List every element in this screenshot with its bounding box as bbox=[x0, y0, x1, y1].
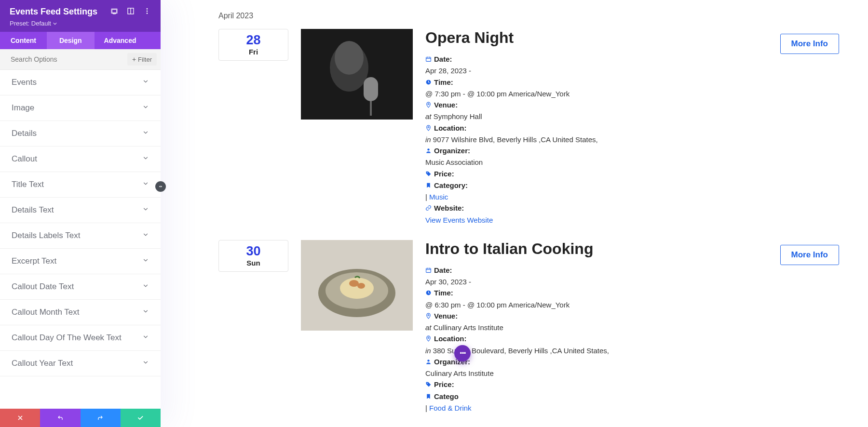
svg-point-18 bbox=[427, 172, 428, 173]
section-title-text[interactable]: Title Text bbox=[0, 172, 161, 198]
svg-rect-9 bbox=[370, 101, 372, 116]
filter-button[interactable]: + Filter bbox=[127, 53, 157, 66]
more-info-button[interactable]: More Info bbox=[780, 34, 840, 54]
section-label: Excerpt Text bbox=[12, 256, 56, 266]
venue-value: at Symphony Hall bbox=[425, 111, 710, 122]
section-details-labels-text[interactable]: Details Labels Text bbox=[0, 223, 161, 249]
pin-icon bbox=[425, 311, 432, 322]
svg-point-30 bbox=[428, 314, 429, 316]
section-image[interactable]: Image bbox=[0, 95, 161, 121]
date-label: Date: bbox=[434, 55, 452, 63]
chevron-down-icon bbox=[142, 359, 149, 368]
user-icon bbox=[425, 146, 432, 157]
chevron-down-icon bbox=[142, 307, 149, 317]
event-image bbox=[301, 240, 413, 331]
section-callout[interactable]: Callout bbox=[0, 147, 161, 172]
resize-handle[interactable] bbox=[155, 181, 166, 192]
event-body: Opera NightDate:Apr 28, 2023 -Time:@ 7:3… bbox=[425, 29, 710, 226]
user-icon bbox=[425, 357, 432, 368]
section-label: Callout bbox=[12, 154, 37, 164]
section-events[interactable]: Events bbox=[0, 70, 161, 95]
date-dow: Sun bbox=[246, 259, 260, 267]
tab-advanced[interactable]: Advanced bbox=[95, 32, 146, 49]
link-icon bbox=[425, 203, 432, 214]
category-link[interactable]: Food & Drink bbox=[429, 404, 472, 412]
event-card: 30SunIntro to Italian CookingDate:Apr 30… bbox=[218, 240, 839, 414]
category-value: | Music bbox=[425, 191, 710, 202]
chevron-down-icon bbox=[142, 282, 149, 292]
date-tile: 28Fri bbox=[218, 29, 288, 61]
section-label: Details Text bbox=[12, 205, 54, 215]
website-label: Website: bbox=[434, 204, 464, 212]
section-callout-day-of-the-week-text[interactable]: Callout Day Of The Week Text bbox=[0, 325, 161, 351]
svg-point-15 bbox=[428, 104, 429, 105]
section-label: Image bbox=[12, 103, 34, 113]
svg-point-23 bbox=[349, 280, 359, 287]
chevron-down-icon bbox=[53, 22, 57, 26]
chevron-down-icon bbox=[142, 78, 149, 87]
sidebar-footer bbox=[0, 409, 161, 427]
section-callout-date-text[interactable]: Callout Date Text bbox=[0, 274, 161, 300]
svg-point-17 bbox=[427, 148, 429, 150]
svg-point-32 bbox=[427, 360, 429, 361]
layout-icon[interactable] bbox=[127, 7, 135, 17]
responsive-icon[interactable] bbox=[110, 7, 118, 17]
pin-icon bbox=[425, 100, 432, 111]
clock-icon bbox=[425, 288, 432, 299]
pin-icon bbox=[425, 123, 432, 134]
date-label: Date: bbox=[434, 266, 452, 274]
more-info-button[interactable]: More Info bbox=[780, 245, 840, 265]
category-label: Catego bbox=[434, 392, 459, 400]
tab-content[interactable]: Content bbox=[0, 32, 47, 49]
website-link[interactable]: View Events Website bbox=[425, 216, 493, 224]
section-label: Callout Date Text bbox=[12, 282, 74, 292]
clock-icon bbox=[425, 77, 432, 88]
section-label: Title Text bbox=[12, 180, 44, 189]
category-link[interactable]: Music bbox=[429, 193, 448, 201]
settings-sidebar: Events Feed Settings Preset: Default Con… bbox=[0, 0, 161, 427]
section-callout-year-text[interactable]: Callout Year Text bbox=[0, 351, 161, 376]
svg-point-2 bbox=[147, 8, 148, 10]
location-label: Location: bbox=[434, 334, 467, 343]
tab-design[interactable]: Design bbox=[47, 32, 95, 49]
sidebar-header: Events Feed Settings Preset: Default bbox=[0, 0, 161, 32]
svg-rect-25 bbox=[426, 268, 431, 272]
event-card: 28FriOpera NightDate:Apr 28, 2023 -Time:… bbox=[218, 29, 839, 226]
section-list: EventsImageDetailsCalloutTitle TextDetai… bbox=[0, 70, 161, 409]
organizer-value: Music Association bbox=[425, 157, 710, 168]
save-button[interactable] bbox=[121, 409, 161, 427]
organizer-label: Organizer: bbox=[434, 147, 470, 155]
calendar-icon bbox=[425, 54, 432, 65]
svg-point-33 bbox=[427, 383, 428, 384]
svg-rect-10 bbox=[426, 57, 431, 62]
date-tile: 30Sun bbox=[218, 240, 288, 272]
calendar-icon bbox=[425, 265, 432, 276]
preview-area: April 2023 28FriOpera NightDate:Apr 28, … bbox=[161, 0, 868, 427]
section-callout-month-text[interactable]: Callout Month Text bbox=[0, 300, 161, 325]
category-label: Category: bbox=[434, 181, 468, 189]
event-image bbox=[301, 29, 413, 120]
undo-button[interactable] bbox=[40, 409, 80, 427]
chevron-down-icon bbox=[142, 129, 149, 138]
search-bar: + Filter bbox=[0, 49, 161, 70]
date-number: 30 bbox=[246, 245, 260, 258]
svg-point-16 bbox=[428, 126, 429, 128]
panel-title: Events Feed Settings bbox=[10, 7, 97, 17]
date-value: Apr 30, 2023 - bbox=[425, 276, 710, 287]
time-value: @ 7:30 pm - @ 10:00 pm America/New_York bbox=[425, 88, 710, 99]
redo-button[interactable] bbox=[81, 409, 121, 427]
event-title: Intro to Italian Cooking bbox=[425, 240, 710, 258]
cancel-button[interactable] bbox=[0, 409, 40, 427]
section-excerpt-text[interactable]: Excerpt Text bbox=[0, 249, 161, 274]
venue-label: Venue: bbox=[434, 101, 458, 109]
settings-tabs: Content Design Advanced bbox=[0, 32, 161, 49]
organizer-value: Culinary Arts Institute bbox=[425, 368, 710, 379]
section-details[interactable]: Details bbox=[0, 121, 161, 147]
preset-selector[interactable]: Preset: Default bbox=[10, 20, 151, 27]
more-icon[interactable] bbox=[143, 7, 151, 17]
search-input[interactable] bbox=[11, 55, 127, 63]
svg-point-7 bbox=[335, 41, 364, 75]
section-details-text[interactable]: Details Text bbox=[0, 198, 161, 223]
svg-point-3 bbox=[147, 10, 148, 12]
context-fab[interactable]: ··· bbox=[454, 345, 471, 361]
